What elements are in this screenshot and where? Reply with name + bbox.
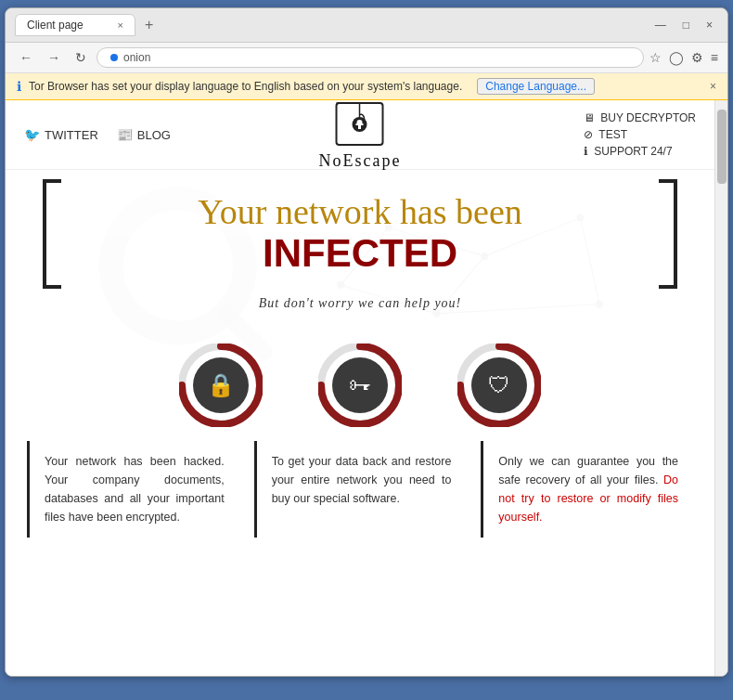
test-label: TEST <box>598 128 627 141</box>
close-tab-button[interactable]: × <box>118 19 123 31</box>
hero-bracket-container: Your network has been INFECTED <box>33 179 687 289</box>
new-tab-button[interactable]: + <box>139 15 159 35</box>
blog-nav[interactable]: 📰 BLOG <box>117 127 171 142</box>
nav-bar: ← → ↻ onion ☆ ◯ ⚙ ≡ <box>6 43 727 73</box>
hero-title-line1: Your network has been <box>61 193 659 232</box>
window-close-button[interactable]: × <box>701 17 718 33</box>
site-name: NoEscape <box>319 151 402 171</box>
scrollbar-thumb[interactable] <box>717 110 727 184</box>
maximize-button[interactable]: □ <box>677 17 695 33</box>
address-text: onion <box>123 51 150 64</box>
menu-icon[interactable]: ≡ <box>711 50 718 65</box>
svg-rect-3 <box>359 124 362 129</box>
info-message: Tor Browser has set your display languag… <box>29 80 462 93</box>
buy-decryptor-label: BUY DECRYPTOR <box>600 111 696 124</box>
refresh-button[interactable]: ↻ <box>71 48 91 67</box>
browser-tab[interactable]: Client page × <box>15 14 135 36</box>
hero-section: Your network has been INFECTED But don't… <box>6 170 714 325</box>
info-icon: ℹ <box>17 79 21 94</box>
info-cards: Your network has been hacked. Your compa… <box>6 441 714 551</box>
buy-decryptor-nav[interactable]: 🖥 BUY DECRYPTOR <box>584 111 696 124</box>
info-card-3: Only we can guarantee you the safe recov… <box>481 441 693 538</box>
info-card-1-text: Your network has been hacked. Your compa… <box>45 455 225 524</box>
tab-area: Client page × + <box>15 14 642 36</box>
lock-icon-item: 🔒 <box>179 344 263 427</box>
key-icon: 🗝 <box>332 357 388 413</box>
forward-button[interactable]: → <box>43 48 65 67</box>
header-right: 🖥 BUY DECRYPTOR ⊘ TEST ℹ SUPPORT 24/7 <box>584 111 696 158</box>
minimize-button[interactable]: — <box>649 17 672 33</box>
tab-label: Client page <box>27 19 84 32</box>
cart-icon: 🖥 <box>584 111 595 124</box>
support-label: SUPPORT 24/7 <box>594 145 672 158</box>
bracket-right <box>659 179 677 289</box>
twitter-icon: 🐦 <box>24 127 40 142</box>
info-card-3-text: Only we can guarantee you the safe recov… <box>498 455 678 486</box>
title-bar: Client page × + — □ × <box>6 8 727 43</box>
support-icon: ℹ <box>584 145 588 158</box>
bookmark-icon[interactable]: ☆ <box>649 50 662 65</box>
extensions-icon[interactable]: ⚙ <box>691 50 703 65</box>
shield-icon: 🛡 <box>471 357 527 413</box>
back-button[interactable]: ← <box>15 48 37 67</box>
key-symbol: 🗝 <box>349 372 371 398</box>
address-bar[interactable]: onion <box>96 47 644 68</box>
scrollbar[interactable] <box>714 100 727 676</box>
info-card-1: Your network has been hacked. Your compa… <box>27 441 239 538</box>
hero-subtitle: But don't worry we can help you! <box>33 296 687 311</box>
icons-section: 🔒 🗝 <box>6 325 714 441</box>
secure-icon <box>110 54 118 61</box>
shield-symbol: 🛡 <box>488 372 510 398</box>
page-content: 🐦 TWITTER 📰 BLOG <box>6 100 727 676</box>
info-card-2: To get your data back and restore your e… <box>254 441 467 538</box>
lock-icon: 🔒 <box>193 357 249 413</box>
twitter-label: TWITTER <box>45 128 98 142</box>
window-controls: — □ × <box>649 17 718 33</box>
site-content: 🐦 TWITTER 📰 BLOG <box>6 100 714 551</box>
blog-icon: 📰 <box>117 127 133 142</box>
shield-icon-item: 🛡 <box>457 344 541 427</box>
info-bar: ℹ Tor Browser has set your display langu… <box>6 73 727 100</box>
info-card-2-text: To get your data back and restore your e… <box>272 455 452 505</box>
info-close-button[interactable]: × <box>710 80 716 93</box>
test-nav[interactable]: ⊘ TEST <box>584 128 627 141</box>
support-nav[interactable]: ℹ SUPPORT 24/7 <box>584 145 672 158</box>
shield-icon[interactable]: ◯ <box>669 50 684 65</box>
change-language-link[interactable]: Change Language... <box>477 78 595 95</box>
blog-label: BLOG <box>137 128 171 142</box>
hero-title-line2: INFECTED <box>61 232 659 275</box>
site-header: 🐦 TWITTER 📰 BLOG <box>6 100 714 170</box>
logo-image <box>332 100 388 149</box>
browser-window: Client page × + — □ × ← → ↻ onion ☆ ◯ ⚙ … <box>5 7 728 677</box>
test-icon: ⊘ <box>584 128 593 141</box>
twitter-nav[interactable]: 🐦 TWITTER <box>24 127 98 142</box>
key-icon-item: 🗝 <box>318 344 402 427</box>
bracket-left <box>43 179 61 289</box>
nav-icons: ☆ ◯ ⚙ ≡ <box>649 50 718 65</box>
header-center: NoEscape <box>319 100 402 171</box>
lock-symbol: 🔒 <box>207 372 235 398</box>
header-left: 🐦 TWITTER 📰 BLOG <box>24 127 171 142</box>
